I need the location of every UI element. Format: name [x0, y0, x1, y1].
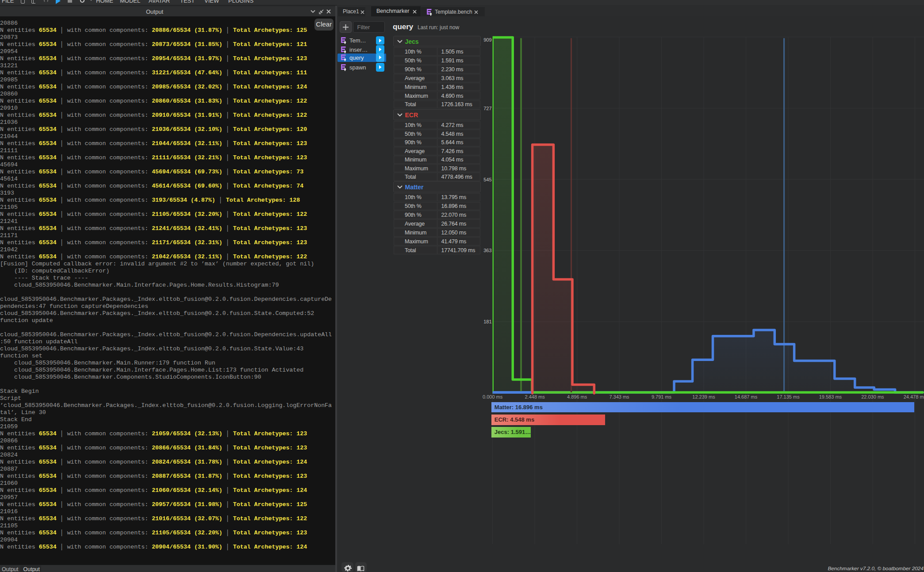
svg-text:545: 545	[483, 177, 491, 182]
svg-text:14.687 ms: 14.687 ms	[735, 394, 758, 399]
svg-text:0.000 ms: 0.000 ms	[483, 394, 503, 399]
svg-text:2.448 ms: 2.448 ms	[525, 394, 545, 399]
svg-text:12.239 ms: 12.239 ms	[692, 394, 715, 399]
svg-text:363: 363	[483, 248, 491, 253]
svg-text:4.896 ms: 4.896 ms	[567, 394, 587, 399]
svg-text:909: 909	[483, 37, 491, 42]
svg-text:727: 727	[483, 106, 491, 111]
svg-text:24.478 ms: 24.478 ms	[904, 394, 924, 399]
svg-text:181: 181	[483, 319, 491, 324]
svg-text:19.583 ms: 19.583 ms	[819, 394, 842, 399]
svg-text:9.791 ms: 9.791 ms	[652, 394, 672, 399]
svg-text:22.030 ms: 22.030 ms	[861, 394, 884, 399]
svg-text:7.343 ms: 7.343 ms	[609, 394, 629, 399]
svg-text:17.135 ms: 17.135 ms	[777, 394, 800, 399]
